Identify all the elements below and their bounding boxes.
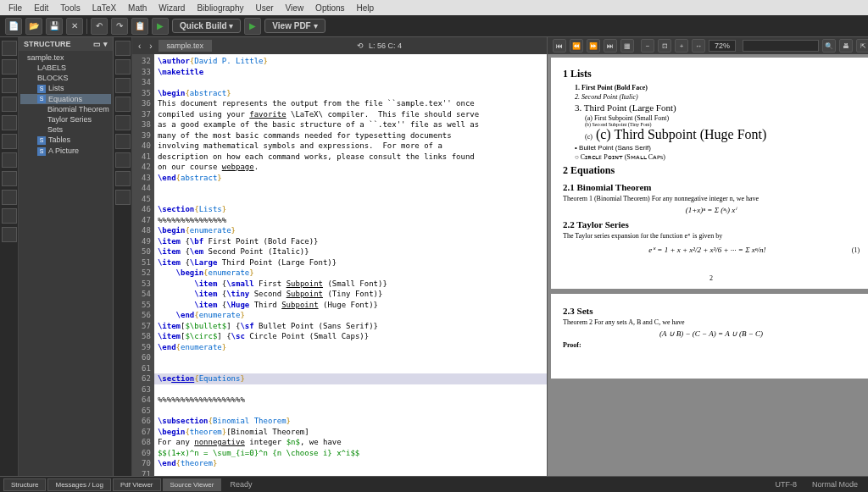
open-icon[interactable]: 📂	[25, 18, 42, 35]
left-toolbar	[0, 37, 19, 476]
zoom-level[interactable]: 72%	[709, 40, 736, 52]
edit-tool-icon[interactable]	[115, 190, 131, 205]
zoom-in-icon[interactable]: +	[675, 39, 688, 53]
build-dropdown[interactable]: Quick Build ▾	[172, 19, 241, 33]
encoding: UTF-8	[768, 480, 804, 489]
grid-icon[interactable]: ▦	[620, 39, 634, 53]
tool-icon[interactable]	[2, 208, 17, 224]
tree-item[interactable]: sample.tex	[20, 53, 111, 63]
pdf-page-1: 1 Lists 1. First Point (Bold Face) 2. Se…	[551, 58, 868, 289]
last-page-icon[interactable]: ⏭	[604, 39, 617, 53]
file-tab[interactable]: sample.tex	[159, 40, 213, 52]
editor-area: ‹ › sample.tex ⟲ L: 56 C: 4 32 33 34 35 …	[132, 37, 547, 476]
pdf-toolbar: ⏮ ⏪ ⏩ ⏭ ▦ − ⊡ + ↔ 72% 🔍 🖶 ⇱	[548, 37, 868, 54]
bottom-tab-messages[interactable]: Messages / Log	[47, 478, 110, 491]
menu-math[interactable]: Math	[123, 2, 152, 14]
editor-mode: Normal Mode	[805, 480, 865, 489]
edit-tool-icon[interactable]	[115, 97, 131, 112]
code-content[interactable]: \author{David P. Little} \maketitle \beg…	[154, 54, 547, 476]
tool-icon[interactable]	[2, 134, 17, 149]
menu-bibliography[interactable]: Bibliography	[192, 2, 248, 14]
bottom-tab-structure[interactable]: Structure	[3, 478, 46, 491]
tree-item[interactable]: STables	[20, 135, 111, 146]
prev-tab-icon[interactable]: ‹	[136, 41, 143, 51]
line-gutter: 32 33 34 35 36 37 38 39 40 41 42 43 44 4…	[132, 54, 154, 476]
structure-panel: STRUCTURE ▭ ▾ sample.texLABELSBLOCKSSLis…	[19, 37, 114, 476]
menu-file[interactable]: File	[3, 2, 27, 14]
tree-item[interactable]: Sets	[20, 124, 111, 135]
menu-options[interactable]: Options	[310, 2, 349, 14]
tool-icon[interactable]	[2, 152, 17, 168]
tree-item[interactable]: SA Picture	[20, 146, 111, 157]
edit-tool-icon[interactable]	[115, 152, 131, 168]
zoom-fit-icon[interactable]: ⊡	[658, 39, 671, 53]
tool-icon[interactable]	[2, 227, 17, 242]
edit-tool-icon[interactable]	[115, 78, 131, 93]
status-text: Ready	[223, 480, 766, 489]
editor-tabbar: ‹ › sample.tex ⟲ L: 56 C: 4	[132, 37, 547, 54]
fit-width-icon[interactable]: ↔	[692, 39, 705, 53]
menubar: FileEditToolsLaTeXMathWizardBibliography…	[0, 0, 868, 15]
new-icon[interactable]: 📄	[5, 18, 22, 35]
undo-icon[interactable]: ↶	[91, 18, 108, 35]
edit-tool-icon[interactable]	[115, 115, 131, 130]
menu-user[interactable]: User	[250, 2, 278, 14]
tool-icon[interactable]	[2, 190, 17, 205]
tool-icon[interactable]	[2, 59, 17, 75]
prev-page-icon[interactable]: ⏪	[570, 39, 583, 53]
tree-item[interactable]: Taylor Series	[20, 114, 111, 124]
menu-wizard[interactable]: Wizard	[153, 2, 190, 14]
tool-icon[interactable]	[2, 97, 17, 112]
save-icon[interactable]: 💾	[46, 18, 63, 35]
external-icon[interactable]: ⇱	[856, 39, 868, 53]
redo-icon[interactable]: ↷	[111, 18, 128, 35]
bottom-bar: Structure Messages / Log Pdf Viewer Sour…	[0, 476, 868, 492]
pdf-viewer: ⏮ ⏪ ⏩ ⏭ ▦ − ⊡ + ↔ 72% 🔍 🖶 ⇱ 1 Lists 1. F…	[547, 37, 868, 476]
tool-icon[interactable]	[2, 171, 17, 186]
tool-icon[interactable]	[2, 41, 17, 56]
search-icon[interactable]: 🔍	[822, 39, 836, 53]
structure-header: STRUCTURE ▭ ▾	[19, 37, 113, 51]
view-play-icon[interactable]: ▶	[244, 18, 261, 35]
pdf-pages[interactable]: 1 Lists 1. First Point (Bold Face) 2. Se…	[548, 54, 868, 476]
pdf-page-2: 2.3 Sets Theorem 2 For any sets A, B and…	[551, 294, 868, 379]
menu-latex[interactable]: LaTeX	[87, 2, 121, 14]
print-icon[interactable]: 🖶	[839, 39, 853, 53]
tree-item[interactable]: SEquations	[20, 94, 111, 105]
menu-edit[interactable]: Edit	[29, 2, 53, 14]
close-icon[interactable]: ✕	[66, 18, 83, 35]
menu-view[interactable]: View	[281, 2, 309, 14]
next-tab-icon[interactable]: ›	[147, 41, 154, 51]
tree-item[interactable]: SLists	[20, 83, 111, 94]
edit-tool-icon[interactable]	[115, 134, 131, 149]
first-page-icon[interactable]: ⏮	[553, 39, 566, 53]
edit-tool-icon[interactable]	[115, 59, 131, 75]
play-icon[interactable]: ▶	[152, 18, 169, 35]
bottom-tab-source[interactable]: Source Viewer	[163, 478, 222, 491]
edit-tool-icon[interactable]	[115, 41, 131, 56]
tree-item[interactable]: LABELS	[20, 63, 111, 73]
pdf-search-input[interactable]	[743, 40, 819, 52]
tree-item[interactable]: BLOCKS	[20, 73, 111, 83]
menu-tools[interactable]: Tools	[55, 2, 85, 14]
code-editor[interactable]: 32 33 34 35 36 37 38 39 40 41 42 43 44 4…	[132, 54, 547, 476]
tree-item[interactable]: Binomial Theorem	[20, 104, 111, 114]
bottom-tab-pdf[interactable]: Pdf Viewer	[113, 478, 161, 491]
mid-toolbar	[114, 37, 132, 476]
cursor-position: L: 56 C: 4	[369, 41, 402, 50]
zoom-out-icon[interactable]: −	[641, 39, 654, 53]
next-page-icon[interactable]: ⏩	[587, 39, 600, 53]
menu-help[interactable]: Help	[352, 2, 380, 14]
copy-icon[interactable]: 📋	[131, 18, 148, 35]
main-toolbar: 📄 📂 💾 ✕ ↶ ↷ 📋 ▶ Quick Build ▾ ▶ View PDF…	[0, 15, 868, 37]
edit-tool-icon[interactable]	[115, 171, 131, 186]
structure-tree: sample.texLABELSBLOCKSSListsSEquationsBi…	[19, 51, 113, 476]
reload-icon[interactable]: ⟲	[357, 41, 364, 50]
view-dropdown[interactable]: View PDF ▾	[264, 19, 325, 33]
tool-icon[interactable]	[2, 115, 17, 130]
tool-icon[interactable]	[2, 78, 17, 93]
panel-menu-icon[interactable]: ▭ ▾	[93, 40, 108, 48]
